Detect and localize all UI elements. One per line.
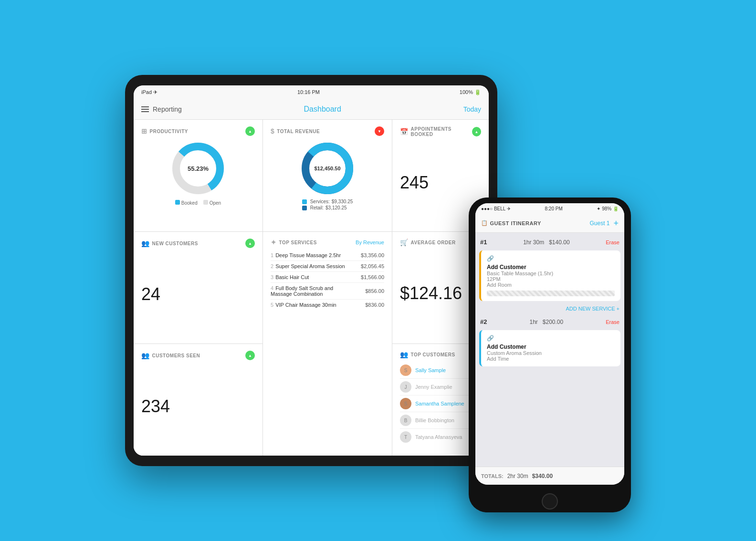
guest-selector[interactable]: Guest 1 xyxy=(589,220,609,227)
list-item: 1Deep Tissue Massage 2.5hr $3,356.00 xyxy=(271,250,384,261)
list-item: 2Super Special Aroma Session $2,056.45 xyxy=(271,261,384,272)
donut-chart-productivity: 55.23% xyxy=(169,140,227,197)
totals-time: 2hr 30m xyxy=(507,473,528,479)
customers-seen-cell: 👥 CUSTOMERS SEEN 234 xyxy=(134,344,262,456)
legend-open: Open xyxy=(203,200,221,206)
service-card-1: 🔗 Add Customer Basic Table Massage (1.5h… xyxy=(479,250,620,301)
iphone-screen: ●●●○ BELL ✈ 8:20 PM ✦ 98% 🔋 📋 GUEST ITIN… xyxy=(475,203,624,485)
productivity-cell: ⊞ PRODUCTIVITY 55.23% xyxy=(134,120,262,231)
new-customers-icon: 👥 xyxy=(141,239,150,247)
itinerary-icon: 📋 xyxy=(481,220,488,226)
revenue-value: $12,450.50 xyxy=(314,166,340,171)
add-customer-1[interactable]: Add Customer xyxy=(487,264,615,270)
totals-bar: TOTALS: 2hr 30m $340.00 xyxy=(475,467,624,485)
iphone-status-bar: ●●●○ BELL ✈ 8:20 PM ✦ 98% 🔋 xyxy=(475,203,624,214)
productivity-legend: Booked Open xyxy=(175,200,221,206)
add-new-service-row: ADD NEW SERVICE + xyxy=(479,304,620,313)
average-order-icon: 🛒 xyxy=(400,239,409,246)
guest-itinerary-title: 📋 GUEST ITINERARY xyxy=(481,220,541,226)
avatar: S xyxy=(400,398,411,409)
link-icon-1: 🔗 xyxy=(487,255,615,262)
customers-seen-badge xyxy=(245,351,255,360)
revenue-details: Services: $9,330.25 Retail: $3,120.25 xyxy=(302,199,353,211)
slot-1-header: #1 1hr 30m $140.00 Erase xyxy=(479,237,620,248)
service-name-1: Basic Table Massage (1.5hr) xyxy=(487,270,615,276)
ipad-nav-left[interactable]: Reporting xyxy=(141,105,182,113)
revenue-donut: $12,450.50 Services: $9,330.25 Retail: $… xyxy=(271,140,384,225)
iphone-navbar: 📋 GUEST ITINERARY Guest 1 + xyxy=(475,214,624,233)
customers-seen-icon: 👥 xyxy=(141,352,150,359)
today-button[interactable]: Today xyxy=(463,105,481,113)
avatar: T xyxy=(400,431,411,443)
avatar: S xyxy=(400,364,411,376)
customers-seen-value: 234 xyxy=(141,396,255,416)
new-customers-value: 24 xyxy=(141,284,255,304)
appointments-value: 245 xyxy=(400,173,481,193)
itinerary-content: #1 1hr 30m $140.00 Erase 🔗 Add Customer … xyxy=(475,233,624,467)
appointments-header: 📅 APPOINTMENTS BOOKED xyxy=(400,126,481,137)
top-services-cell: ✦ TOP SERVICES By Revenue 1Deep Tissue M… xyxy=(263,232,392,456)
new-customers-header: 👥 NEW CUSTOMERS xyxy=(141,239,255,248)
new-customers-badge xyxy=(245,239,255,248)
productivity-header: ⊞ PRODUCTIVITY xyxy=(141,126,255,136)
add-service-plus-icon[interactable]: + xyxy=(617,306,620,312)
top-services-header: ✦ TOP SERVICES By Revenue xyxy=(271,239,384,246)
iphone-status-left: ●●●○ BELL ✈ xyxy=(481,206,511,211)
nav-right-group: Guest 1 + xyxy=(589,219,619,228)
revenue-icon: $ xyxy=(271,127,274,135)
hamburger-icon[interactable] xyxy=(141,106,149,112)
top-customers-title: 👥 TOP CUSTOMERS xyxy=(400,351,455,358)
card-stripe-1 xyxy=(487,291,615,296)
ipad-navbar: Reporting Dashboard Today xyxy=(134,99,489,120)
add-time-2[interactable]: Add Time xyxy=(487,356,615,362)
link-icon-2: 🔗 xyxy=(487,335,615,342)
productivity-icon: ⊞ xyxy=(141,127,147,135)
add-room-1[interactable]: Add Room xyxy=(487,282,615,288)
legend-booked: Booked xyxy=(175,200,198,206)
slot-2-number: #2 xyxy=(480,318,487,325)
totals-amount: $340.00 xyxy=(532,473,553,479)
ipad-status-bar: iPad ✈ 10:16 PM 100% 🔋 xyxy=(134,85,489,99)
revenue-badge xyxy=(375,126,384,136)
avatar: J xyxy=(400,381,411,393)
totals-label: TOTALS: xyxy=(481,473,504,479)
service-time-1: 12PM xyxy=(487,276,615,282)
revenue-cell: $ TOTAL REVENUE $12,450.50 xyxy=(263,120,392,231)
slot-2-erase-button[interactable]: Erase xyxy=(606,319,620,325)
dashboard-grid: ⊞ PRODUCTIVITY 55.23% xyxy=(134,120,489,456)
revenue-header: $ TOTAL REVENUE xyxy=(271,126,384,136)
add-customer-2[interactable]: Add Customer xyxy=(487,343,615,350)
iphone-status-time: 8:20 PM xyxy=(545,206,562,211)
slot-1-erase-button[interactable]: Erase xyxy=(606,239,620,245)
appointments-badge xyxy=(472,127,481,136)
iphone-device: ●●●○ BELL ✈ 8:20 PM ✦ 98% 🔋 📋 GUEST ITIN… xyxy=(469,198,631,512)
ipad-device: iPad ✈ 10:16 PM 100% 🔋 Reporting Dashboa… xyxy=(125,75,497,466)
ipad-status-time: 10:16 PM xyxy=(297,89,320,95)
top-customers-icon: 👥 xyxy=(400,351,409,358)
list-item: 4Full Body Salt Scrub and Massage Combin… xyxy=(271,283,384,300)
dashboard-tab[interactable]: Dashboard xyxy=(304,105,341,114)
slot-1-number: #1 xyxy=(480,239,487,246)
service-card-2: 🔗 Add Customer Custom Aroma Session Add … xyxy=(479,330,620,366)
productivity-value: 55.23% xyxy=(188,165,209,172)
ipad-status-left: iPad ✈ xyxy=(141,89,158,95)
home-button[interactable] xyxy=(542,493,558,510)
slot-1-time: 1hr 30m $140.00 xyxy=(523,239,569,246)
slot-2-time: 1hr $200.00 xyxy=(529,319,563,325)
productivity-title: ⊞ PRODUCTIVITY xyxy=(141,127,188,135)
new-customers-title: 👥 NEW CUSTOMERS xyxy=(141,239,198,247)
ipad-status-right: 100% 🔋 xyxy=(460,89,481,95)
appointments-title: 📅 APPOINTMENTS BOOKED xyxy=(400,126,472,137)
iphone-status-right: ✦ 98% 🔋 xyxy=(597,206,619,211)
by-revenue-button[interactable]: By Revenue xyxy=(356,239,384,245)
appointments-icon: 📅 xyxy=(400,128,409,135)
service-name-2: Custom Aroma Session xyxy=(487,350,615,356)
average-order-title: 🛒 AVERAGE ORDER xyxy=(400,239,456,246)
add-service-button[interactable]: ADD NEW SERVICE xyxy=(566,306,615,312)
add-guest-button[interactable]: + xyxy=(613,219,619,228)
customers-seen-header: 👥 CUSTOMERS SEEN xyxy=(141,351,255,360)
avatar: B xyxy=(400,415,411,426)
customers-seen-title: 👥 CUSTOMERS SEEN xyxy=(141,352,200,359)
productivity-donut: 55.23% Booked Open xyxy=(141,140,255,225)
new-customers-cell: 👥 NEW CUSTOMERS 24 xyxy=(134,232,262,343)
